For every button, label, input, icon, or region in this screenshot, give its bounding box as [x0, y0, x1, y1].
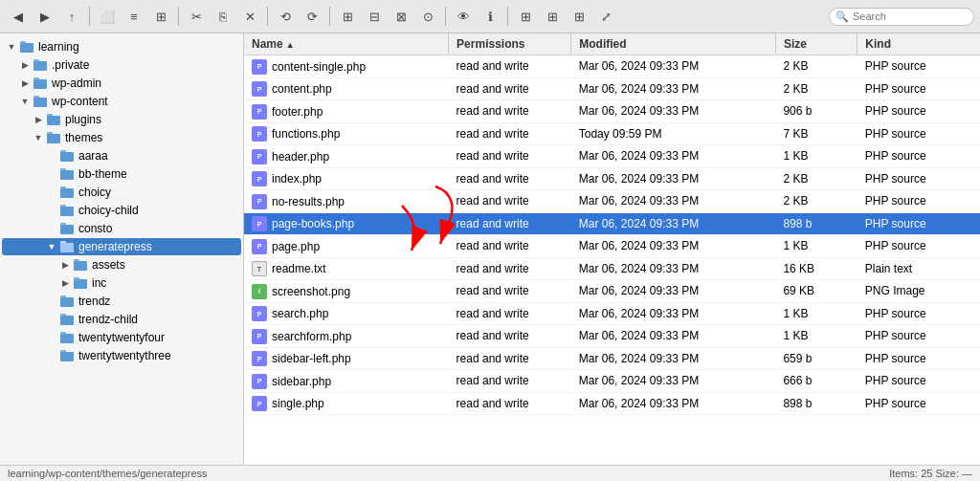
- sidebar-item-generatepress[interactable]: ▼generatepress: [2, 238, 241, 255]
- sidebar-item-consto[interactable]: consto: [2, 220, 241, 237]
- file-kind-cell: PHP source: [858, 392, 980, 415]
- folder-icon: [59, 313, 75, 326]
- file-icon: Iscreenshot.png: [252, 284, 350, 299]
- sidebar-item-bb-theme[interactable]: bb-theme: [2, 165, 241, 183]
- table-row[interactable]: Pfunctions.phpread and writeToday 09:59 …: [244, 122, 980, 145]
- table-row[interactable]: Psidebar-left.phpread and writeMar 06, 2…: [244, 347, 980, 370]
- sidebar-item-wp-content[interactable]: ▼wp-content: [2, 93, 241, 110]
- sidebar-item-label: learning: [38, 40, 79, 54]
- sidebar-item-twentytwentyfour[interactable]: twentytwentyfour: [2, 329, 241, 346]
- table-row[interactable]: Pcontent.phpread and writeMar 06, 2024 0…: [244, 77, 980, 100]
- table-row[interactable]: Pno-results.phpread and writeMar 06, 202…: [244, 190, 980, 213]
- sidebar-item-choicy-child[interactable]: choicy-child: [2, 202, 241, 219]
- search-box[interactable]: 🔍: [829, 8, 974, 26]
- view-list-button[interactable]: ≡: [122, 4, 146, 29]
- grid-2-button[interactable]: ⊞: [513, 4, 538, 29]
- info-button[interactable]: ℹ: [478, 4, 502, 29]
- sidebar-item-assets[interactable]: ▶assets: [2, 256, 241, 273]
- sidebar-item-plugins[interactable]: ▶plugins: [2, 111, 241, 128]
- sidebar-item-trendz[interactable]: trendz: [2, 293, 241, 310]
- table-row[interactable]: Pindex.phpread and writeMar 06, 2024 09:…: [244, 167, 980, 190]
- sidebar-item-inc[interactable]: ▶inc: [2, 274, 241, 292]
- forward-button[interactable]: ▶: [33, 4, 57, 29]
- file-modified-cell: Mar 06, 2024 09:33 PM: [571, 392, 776, 415]
- col-header-permissions[interactable]: Permissions: [449, 33, 571, 55]
- tree-arrow-icon: ▼: [6, 41, 17, 53]
- col-header-kind[interactable]: Kind: [858, 33, 980, 55]
- php-file-icon: P: [252, 396, 267, 411]
- up-button[interactable]: ↑: [59, 4, 84, 29]
- sidebar-item-trendz-child[interactable]: trendz-child: [2, 311, 241, 328]
- table-row[interactable]: Pcontent-single.phpread and writeMar 06,…: [244, 55, 980, 78]
- col-header-modified[interactable]: Modified: [571, 33, 776, 55]
- sidebar-item-twentytwentythree[interactable]: twentytwentythree: [2, 347, 241, 364]
- file-icon: Pno-results.php: [252, 194, 345, 209]
- share-2-button[interactable]: ⊞: [567, 4, 591, 29]
- table-row[interactable]: Psingle.phpread and writeMar 06, 2024 09…: [244, 392, 980, 415]
- folder-icon: [33, 77, 48, 90]
- tree-arrow-icon: [46, 350, 57, 361]
- sidebar-item-learning[interactable]: ▼learning: [2, 38, 241, 55]
- col-header-size[interactable]: Size: [775, 33, 857, 55]
- sidebar-item-aaraa[interactable]: aaraa: [2, 147, 241, 164]
- file-modified-cell: Mar 06, 2024 09:33 PM: [571, 325, 776, 348]
- redo-button[interactable]: ⟳: [300, 4, 324, 29]
- action-2-button[interactable]: ⎘: [211, 4, 235, 29]
- table-row[interactable]: Treadme.txtread and writeMar 06, 2024 09…: [244, 257, 980, 280]
- table-row[interactable]: Ppage-books.phpread and writeMar 06, 202…: [244, 212, 980, 235]
- share-button[interactable]: ⊙: [415, 4, 440, 29]
- sidebar-item-label: trendz: [78, 295, 110, 308]
- file-size-cell: 16 KB: [775, 257, 857, 280]
- file-permissions-cell: read and write: [449, 347, 571, 370]
- file-kind-cell: PHP source: [858, 325, 980, 348]
- sidebar-item-themes[interactable]: ▼themes: [2, 129, 241, 146]
- svg-rect-21: [60, 225, 74, 234]
- php-file-icon: P: [252, 306, 267, 321]
- fullscreen-button[interactable]: ⤢: [593, 4, 618, 29]
- file-modified-cell: Mar 06, 2024 09:33 PM: [571, 235, 776, 258]
- sidebar-item-wp-admin[interactable]: ▶wp-admin: [2, 75, 241, 92]
- view-sort-button[interactable]: ⊠: [389, 4, 413, 29]
- view-icon-button[interactable]: ⬜: [95, 4, 120, 29]
- action-1-button[interactable]: ✂: [184, 4, 209, 29]
- table-row[interactable]: Pfooter.phpread and writeMar 06, 2024 09…: [244, 100, 980, 123]
- undo-button[interactable]: ⟲: [273, 4, 298, 29]
- view-grid-button[interactable]: ⊞: [335, 4, 360, 29]
- action-3-button[interactable]: ✕: [237, 4, 262, 29]
- file-name-label: functions.php: [272, 127, 340, 141]
- file-name-cell: Treadme.txt: [244, 257, 449, 280]
- file-modified-cell: Mar 06, 2024 09:33 PM: [571, 212, 776, 235]
- sidebar-item-private[interactable]: ▶.private: [2, 56, 241, 74]
- search-input[interactable]: [853, 11, 968, 22]
- tree-arrow-icon: [46, 150, 57, 162]
- quick-look-button[interactable]: 👁: [451, 4, 476, 29]
- folder-icon: [59, 295, 75, 308]
- tree-arrow-icon: [46, 168, 57, 180]
- file-modified-cell: Mar 06, 2024 09:33 PM: [571, 55, 776, 78]
- sidebar-item-choicy[interactable]: choicy: [2, 184, 241, 201]
- table-row[interactable]: Psidebar.phpread and writeMar 06, 2024 0…: [244, 370, 980, 393]
- file-name-label: readme.txt: [272, 262, 326, 275]
- col-header-name[interactable]: Name▲: [244, 33, 449, 55]
- sidebar-item-label: wp-admin: [52, 77, 101, 90]
- table-row[interactable]: Ppage.phpread and writeMar 06, 2024 09:3…: [244, 235, 980, 258]
- file-modified-cell: Mar 06, 2024 09:33 PM: [571, 145, 776, 168]
- sidebar-item-label: choicy: [78, 186, 111, 199]
- view-columns-button[interactable]: ⊞: [148, 4, 173, 29]
- table-row[interactable]: Psearchform.phpread and writeMar 06, 202…: [244, 325, 980, 348]
- table-row[interactable]: Pheader.phpread and writeMar 06, 2024 09…: [244, 145, 980, 168]
- back-button[interactable]: ◀: [6, 4, 31, 29]
- file-name-cell: Pno-results.php: [244, 190, 449, 213]
- folder-icon: [59, 331, 75, 344]
- file-icon: Treadme.txt: [252, 261, 326, 276]
- view-detail-button[interactable]: ⊟: [362, 4, 387, 29]
- table-row[interactable]: Psearch.phpread and writeMar 06, 2024 09…: [244, 302, 980, 325]
- php-file-icon: P: [252, 149, 267, 164]
- php-file-icon: P: [252, 374, 267, 389]
- folder-icon: [59, 240, 75, 253]
- file-icon: Psingle.php: [252, 396, 324, 411]
- sidebar-item-label: choicy-child: [78, 204, 139, 217]
- grid-3-button[interactable]: ⊞: [540, 4, 565, 29]
- file-name-label: content.php: [272, 82, 332, 96]
- table-row[interactable]: Iscreenshot.pngread and writeMar 06, 202…: [244, 280, 980, 303]
